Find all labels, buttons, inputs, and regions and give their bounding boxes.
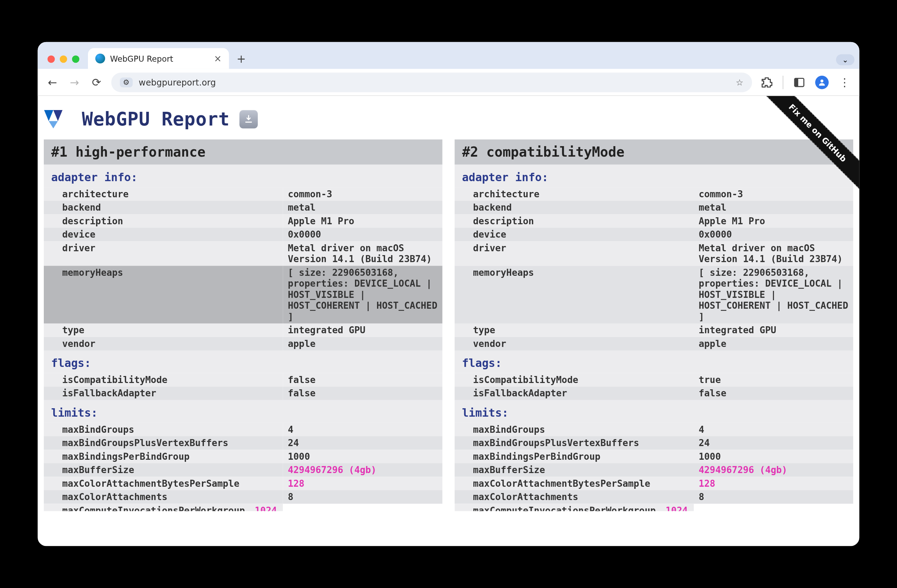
- table-row: descriptionApple M1 Pro: [455, 214, 854, 228]
- kv-table: isCompatibilityModefalseisFallbackAdapte…: [44, 373, 442, 400]
- row-key: type: [44, 323, 283, 337]
- bookmark-star-icon[interactable]: ☆: [736, 77, 744, 87]
- minimize-window-button[interactable]: [60, 55, 67, 63]
- table-row: maxBindGroups4: [455, 423, 854, 436]
- new-tab-button[interactable]: +: [233, 50, 250, 67]
- favicon-icon: [95, 54, 105, 63]
- row-value: integrated GPU: [694, 323, 853, 337]
- section-title: limits:: [455, 400, 854, 423]
- row-value: false: [694, 386, 853, 400]
- row-key: architecture: [455, 187, 694, 201]
- table-row: isFallbackAdapterfalse: [455, 386, 854, 400]
- row-value: 4294967296 (4gb): [283, 463, 442, 477]
- row-key: maxBindingsPerBindGroup: [44, 450, 283, 464]
- window-controls: [43, 55, 84, 69]
- row-key: maxColorAttachmentBytesPerSample: [455, 477, 694, 491]
- profile-avatar[interactable]: [815, 75, 829, 89]
- table-row: typeintegrated GPU: [44, 323, 442, 337]
- table-row: descriptionApple M1 Pro: [44, 214, 442, 228]
- extensions-icon[interactable]: [759, 75, 774, 89]
- row-key: driver: [44, 242, 283, 266]
- row-value: false: [283, 386, 442, 400]
- section-title: flags:: [455, 351, 854, 373]
- table-row: architecturecommon-3: [455, 187, 854, 201]
- row-key: maxBindGroups: [455, 423, 694, 436]
- section-title: adapter info:: [44, 165, 442, 187]
- adapter-panel: #2 compatibilityModeadapter info:archite…: [455, 139, 854, 511]
- download-button[interactable]: [240, 110, 258, 128]
- forward-button[interactable]: →: [67, 75, 82, 89]
- row-key: isCompatibilityMode: [44, 373, 283, 387]
- row-value: integrated GPU: [283, 323, 442, 337]
- kv-table: maxBindGroups4maxBindGroupsPlusVertexBuf…: [455, 423, 854, 511]
- svg-marker-5: [49, 121, 58, 128]
- table-row: backendmetal: [455, 201, 854, 214]
- row-key: maxBufferSize: [455, 463, 694, 477]
- section-title: adapter info:: [455, 165, 854, 187]
- table-row: backendmetal: [44, 201, 442, 214]
- table-row: maxColorAttachments8: [455, 490, 854, 504]
- row-key: maxBindGroups: [44, 423, 283, 436]
- row-value: 1024: [250, 504, 283, 511]
- page-header: WebGPU Report: [44, 102, 853, 139]
- browser-toolbar: ← → ⟳ ⚙ webgpureport.org ☆ ⋮: [38, 69, 860, 96]
- adapter-panel: #1 high-performanceadapter info:architec…: [44, 139, 442, 511]
- row-key: vendor: [455, 337, 694, 351]
- kv-table: isCompatibilityModetrueisFallbackAdapter…: [455, 373, 854, 400]
- kebab-menu-icon[interactable]: ⋮: [837, 75, 852, 89]
- row-key: isFallbackAdapter: [455, 386, 694, 400]
- close-tab-button[interactable]: ×: [214, 53, 222, 64]
- panel-heading: #2 compatibilityMode: [455, 139, 854, 165]
- row-value: apple: [283, 337, 442, 351]
- toolbar-right: ⋮: [759, 75, 852, 89]
- row-value: 1000: [283, 450, 442, 464]
- back-button[interactable]: ←: [45, 75, 60, 89]
- row-value: 8: [283, 490, 442, 504]
- tabs-dropdown-button[interactable]: ⌄: [836, 54, 855, 66]
- table-row: driverMetal driver on macOS Version 14.1…: [44, 242, 442, 266]
- table-row: memoryHeaps[ size: 22906503168, properti…: [455, 266, 854, 324]
- row-key: isFallbackAdapter: [44, 386, 283, 400]
- panels-container: #1 high-performanceadapter info:architec…: [44, 139, 853, 511]
- table-row: memoryHeaps[ size: 22906503168, properti…: [44, 266, 442, 324]
- row-key: isCompatibilityMode: [455, 373, 694, 387]
- maximize-window-button[interactable]: [72, 55, 80, 63]
- browser-tab[interactable]: WebGPU Report ×: [88, 48, 229, 69]
- url-text: webgpureport.org: [139, 77, 216, 87]
- row-value: Metal driver on macOS Version 14.1 (Buil…: [694, 242, 853, 266]
- table-row: maxBufferSize4294967296 (4gb): [44, 463, 442, 477]
- table-row: maxComputeInvocationsPerWorkgroup1024: [44, 504, 283, 511]
- row-value: true: [694, 373, 853, 387]
- table-row: maxBindGroups4: [44, 423, 442, 436]
- table-row: vendorapple: [44, 337, 442, 351]
- address-bar[interactable]: ⚙ webgpureport.org ☆: [112, 72, 752, 92]
- row-value: common-3: [694, 187, 853, 201]
- row-value: 128: [283, 477, 442, 491]
- row-value: 128: [694, 477, 853, 491]
- row-key: device: [44, 228, 283, 242]
- table-row: maxColorAttachments8: [44, 490, 442, 504]
- row-key: maxBindingsPerBindGroup: [455, 450, 694, 464]
- table-row: maxColorAttachmentBytesPerSample128: [455, 477, 854, 491]
- site-info-icon[interactable]: ⚙: [120, 77, 132, 87]
- page-content: Fix me on GitHub WebGPU Report #1 high-p…: [38, 96, 860, 546]
- close-window-button[interactable]: [47, 55, 55, 63]
- table-row: device0x0000: [44, 228, 442, 242]
- table-row: isFallbackAdapterfalse: [44, 386, 442, 400]
- kv-table: architecturecommon-3backendmetaldescript…: [44, 187, 442, 351]
- row-key: vendor: [44, 337, 283, 351]
- row-key: maxBindGroupsPlusVertexBuffers: [455, 436, 694, 450]
- kv-table: architecturecommon-3backendmetaldescript…: [455, 187, 854, 351]
- row-value: 24: [283, 436, 442, 450]
- kv-table: maxBindGroups4maxBindGroupsPlusVertexBuf…: [44, 423, 442, 511]
- reload-button[interactable]: ⟳: [89, 75, 104, 89]
- row-value: 4294967296 (4gb): [694, 463, 853, 477]
- row-value: Metal driver on macOS Version 14.1 (Buil…: [283, 242, 442, 266]
- page-title: WebGPU Report: [82, 108, 230, 130]
- row-key: maxColorAttachmentBytesPerSample: [44, 477, 283, 491]
- side-panel-icon[interactable]: [792, 75, 807, 89]
- table-row: maxBindGroupsPlusVertexBuffers24: [455, 436, 854, 450]
- toolbar-divider: [783, 75, 784, 89]
- row-key: description: [44, 214, 283, 228]
- row-value: common-3: [283, 187, 442, 201]
